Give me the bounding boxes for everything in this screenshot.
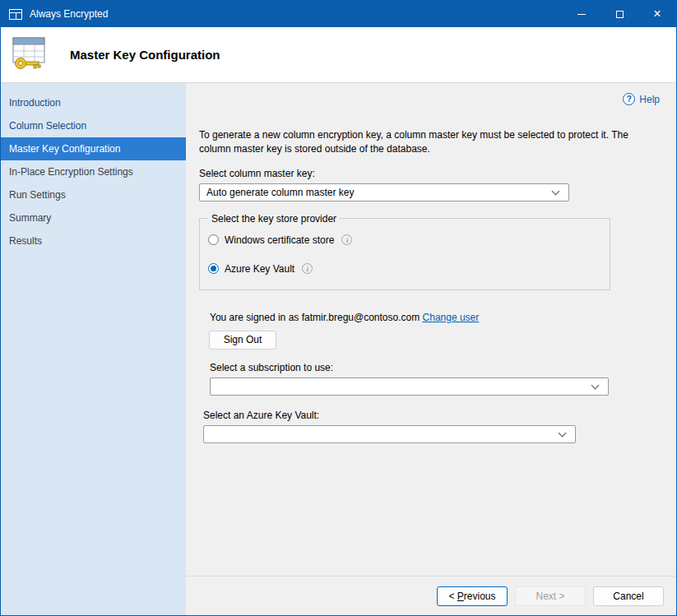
cancel-button[interactable]: Cancel <box>593 586 664 606</box>
previous-label: < <box>448 591 457 602</box>
signed-in-email: fatmir.bregu@contoso.com <box>302 312 420 323</box>
next-button[interactable]: Next > <box>515 586 586 606</box>
master-key-dropdown-value: Auto generate column master key <box>206 187 354 198</box>
signin-prefix: You are signed in as <box>210 312 302 323</box>
windows-cert-store-label: Windows certificate store <box>225 234 334 246</box>
intro-text: To generate a new column encryption key,… <box>199 128 633 157</box>
maximize-button[interactable] <box>600 1 638 27</box>
master-key-label: Select column master key: <box>199 168 660 179</box>
sign-out-button[interactable]: Sign Out <box>209 331 276 350</box>
change-user-link[interactable]: Change user <box>423 312 480 323</box>
sidebar-item-run-settings: Run Settings <box>1 183 186 206</box>
window-controls: × <box>563 1 676 27</box>
previous-label-rest: revious <box>464 591 496 602</box>
close-button[interactable]: × <box>638 1 676 27</box>
help-icon[interactable]: ? <box>623 93 635 105</box>
master-key-table-icon <box>11 35 49 75</box>
content-area: ? Help To generate a new column encrypti… <box>186 83 676 576</box>
chevron-down-icon <box>559 430 567 438</box>
sidebar-item-results: Results <box>1 229 186 252</box>
wizard-footer: < Previous Next > Cancel <box>186 576 676 615</box>
windows-cert-store-option[interactable]: Windows certificate store i <box>208 234 601 246</box>
azure-key-vault-option[interactable]: Azure Key Vault i <box>208 263 601 275</box>
sidebar-item-introduction[interactable]: Introduction <box>1 91 186 114</box>
subscription-label: Select a subscription to use: <box>210 362 660 373</box>
info-icon[interactable]: i <box>341 234 352 245</box>
sidebar-item-column-selection[interactable]: Column Selection <box>1 114 186 137</box>
keystore-provider-group: Select the key store provider Windows ce… <box>199 213 610 290</box>
maximize-icon <box>616 11 624 18</box>
previous-accesskey: P <box>457 591 464 602</box>
subscription-dropdown[interactable] <box>210 377 609 396</box>
info-icon[interactable]: i <box>302 263 313 274</box>
master-key-dropdown[interactable]: Auto generate column master key <box>199 183 569 201</box>
always-encrypted-window: Always Encrypted × Master Key Con <box>0 0 677 616</box>
page-title: Master Key Configuration <box>70 48 220 62</box>
vault-label: Select an Azure Key Vault: <box>203 410 660 421</box>
radio-checked-icon[interactable] <box>208 263 219 274</box>
titlebar: Always Encrypted × <box>1 1 676 27</box>
sidebar-item-summary: Summary <box>1 206 186 229</box>
sidebar-item-in-place-encryption: In-Place Encryption Settings <box>1 160 186 183</box>
wizard-steps-sidebar: Introduction Column Selection Master Key… <box>1 83 186 615</box>
keystore-group-title: Select the key store provider <box>208 213 340 225</box>
minimize-icon <box>577 14 586 15</box>
chevron-down-icon <box>591 382 600 391</box>
wizard-header: Master Key Configuration <box>1 27 676 83</box>
signin-status: You are signed in as fatmir.bregu@contos… <box>210 312 660 323</box>
app-icon <box>9 9 22 20</box>
window-title: Always Encrypted <box>30 8 108 20</box>
radio-unchecked-icon[interactable] <box>208 234 219 245</box>
chevron-down-icon <box>552 188 560 197</box>
minimize-button[interactable] <box>563 1 600 27</box>
sidebar-item-master-key-configuration[interactable]: Master Key Configuration <box>1 137 186 160</box>
help-link[interactable]: Help <box>639 94 660 105</box>
previous-button[interactable]: < Previous <box>437 586 508 606</box>
vault-dropdown[interactable] <box>203 425 576 443</box>
azure-key-vault-label: Azure Key Vault <box>225 263 294 275</box>
